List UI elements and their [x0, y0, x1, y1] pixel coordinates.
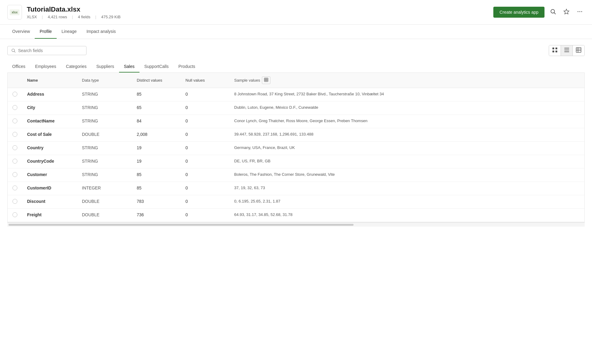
row-null-3: 0: [181, 128, 229, 142]
row-select-8[interactable]: [8, 195, 22, 209]
row-null-0: 0: [181, 88, 229, 101]
svg-line-1: [554, 12, 556, 14]
row-distinct-6: 85: [132, 168, 181, 182]
file-type-label: xlsx: [10, 9, 19, 15]
svg-rect-14: [564, 51, 569, 52]
row-distinct-1: 65: [132, 101, 181, 115]
horizontal-scrollbar[interactable]: [7, 222, 585, 227]
create-analytics-app-button[interactable]: Create analytics app: [493, 7, 544, 18]
row-radio-9[interactable]: [12, 212, 17, 217]
row-radio-2[interactable]: [12, 118, 17, 123]
row-null-7: 0: [181, 182, 229, 195]
row-select-2[interactable]: [8, 115, 22, 128]
row-datatype-7: INTEGER: [77, 182, 132, 195]
row-distinct-0: 85: [132, 88, 181, 101]
col-null-header: Null values: [181, 73, 229, 88]
svg-rect-9: [555, 48, 557, 49]
row-select-4[interactable]: [8, 142, 22, 155]
row-name-5: CountryCode: [22, 155, 77, 168]
star-icon-button[interactable]: [562, 7, 571, 18]
row-radio-1[interactable]: [12, 105, 17, 110]
row-select-6[interactable]: [8, 168, 22, 182]
sheet-tab-supportcalls[interactable]: SupportCalls: [139, 61, 174, 72]
row-distinct-9: 736: [132, 209, 181, 222]
svg-marker-2: [564, 9, 569, 14]
row-radio-5[interactable]: [12, 159, 17, 164]
row-select-1[interactable]: [8, 101, 22, 115]
table-row: Cost of Sale DOUBLE 2,008 0 39.447, 58.9…: [8, 128, 584, 142]
grid-view-button[interactable]: [549, 45, 561, 56]
row-radio-0[interactable]: [12, 92, 17, 97]
row-datatype-2: STRING: [77, 115, 132, 128]
list-icon: [564, 47, 569, 53]
row-distinct-4: 19: [132, 142, 181, 155]
sheet-tab-suppliers[interactable]: Suppliers: [91, 61, 119, 72]
profile-content: Offices Employees Categories Suppliers S…: [0, 39, 592, 233]
row-select-0[interactable]: [8, 88, 22, 101]
svg-rect-12: [564, 48, 569, 48]
search-icon-button[interactable]: [548, 7, 558, 18]
table-grid-icon: [264, 78, 268, 82]
row-sample-7: 37, 19, 32, 63, 73: [229, 182, 584, 195]
row-select-3[interactable]: [8, 128, 22, 142]
row-radio-4[interactable]: [12, 145, 17, 150]
row-name-8: Discount: [22, 195, 77, 209]
row-radio-3[interactable]: [12, 132, 17, 137]
search-icon: [550, 9, 556, 15]
table-row: Address STRING 85 0 8 Johnstown Road, 37…: [8, 88, 584, 101]
row-sample-3: 39.447, 58.928, 237.168, 1,296.691, 133.…: [229, 128, 584, 142]
row-datatype-1: STRING: [77, 101, 132, 115]
svg-rect-10: [552, 51, 554, 52]
table-row: City STRING 65 0 Dublin, Luton, Eugene, …: [8, 101, 584, 115]
row-null-9: 0: [181, 209, 229, 222]
sample-view-button[interactable]: [262, 76, 270, 84]
sheet-tabs: Offices Employees Categories Suppliers S…: [7, 61, 585, 73]
row-datatype-4: STRING: [77, 142, 132, 155]
row-distinct-7: 85: [132, 182, 181, 195]
table-row: Customer STRING 85 0 Boleros, The Fashio…: [8, 168, 584, 182]
tab-lineage[interactable]: Lineage: [57, 25, 82, 39]
row-radio-8[interactable]: [12, 199, 17, 204]
sheet-tab-sales[interactable]: Sales: [119, 61, 139, 72]
more-options-button[interactable]: [575, 7, 585, 18]
row-select-9[interactable]: [8, 209, 22, 222]
row-name-6: Customer: [22, 168, 77, 182]
row-datatype-5: STRING: [77, 155, 132, 168]
row-name-4: Country: [22, 142, 77, 155]
grid-icon: [552, 47, 558, 53]
row-distinct-5: 19: [132, 155, 181, 168]
row-radio-7[interactable]: [12, 186, 17, 190]
list-view-button[interactable]: [561, 45, 573, 56]
svg-rect-11: [555, 51, 557, 52]
row-distinct-2: 84: [132, 115, 181, 128]
sheet-tab-offices[interactable]: Offices: [7, 61, 30, 72]
row-sample-0: 8 Johnstown Road, 37 King Street, 2732 B…: [229, 88, 584, 101]
search-bar[interactable]: [7, 46, 86, 55]
more-options-icon: [577, 9, 583, 15]
sheet-tab-categories[interactable]: Categories: [61, 61, 92, 72]
sheet-tab-employees[interactable]: Employees: [30, 61, 61, 72]
row-datatype-3: DOUBLE: [77, 128, 132, 142]
row-datatype-8: DOUBLE: [77, 195, 132, 209]
svg-rect-13: [564, 50, 569, 50]
file-size: 475.29 KiB: [101, 15, 121, 19]
header-actions: Create analytics app: [493, 7, 585, 18]
row-select-7[interactable]: [8, 182, 22, 195]
tab-impact-analysis[interactable]: Impact analysis: [82, 25, 121, 39]
toolbar: [7, 45, 585, 56]
row-name-2: ContactName: [22, 115, 77, 128]
row-radio-6[interactable]: [12, 172, 17, 177]
tab-overview[interactable]: Overview: [7, 25, 35, 39]
detail-view-button[interactable]: [573, 45, 584, 56]
tab-profile[interactable]: Profile: [35, 25, 57, 39]
scrollbar-thumb[interactable]: [9, 224, 354, 226]
search-icon: [11, 48, 16, 53]
sheet-tab-products[interactable]: Products: [174, 61, 200, 72]
col-sample-header: Sample values: [229, 73, 584, 88]
row-null-5: 0: [181, 155, 229, 168]
search-input[interactable]: [18, 48, 83, 53]
row-select-5[interactable]: [8, 155, 22, 168]
row-distinct-3: 2,008: [132, 128, 181, 142]
svg-rect-8: [552, 48, 554, 49]
row-name-0: Address: [22, 88, 77, 101]
